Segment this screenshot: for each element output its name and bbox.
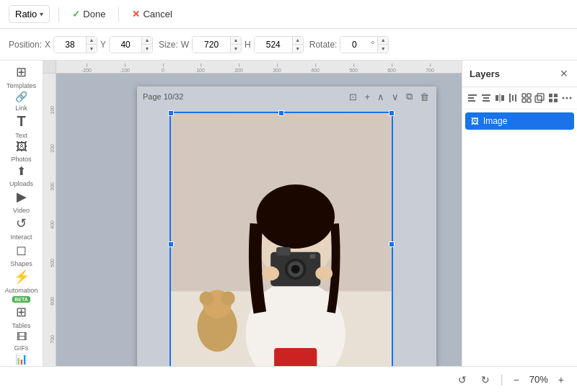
sidebar-item-templates[interactable]: ⊞ Templates: [3, 64, 40, 89]
sidebar-item-tables[interactable]: ⊞ Tables: [3, 304, 40, 329]
ruler-v-mark: 600: [50, 297, 55, 306]
svg-rect-18: [468, 94, 477, 96]
automation-beta-badge: BETA: [12, 296, 30, 303]
ratio-dropdown[interactable]: Ratio ▾: [9, 5, 50, 23]
layer-tool-2[interactable]: [480, 90, 493, 106]
page-canvas: Page 10/32 ⊡ + ∧ ∨ ⧉ 🗑: [56, 74, 462, 366]
handle-middle-left[interactable]: [168, 241, 174, 247]
sidebar-item-interact[interactable]: ↺ Interact: [3, 215, 40, 241]
position-group: Position: X ▲ ▼ Y ▲ ▼: [9, 36, 153, 53]
zoom-in-button[interactable]: +: [554, 371, 568, 388]
rotate-input[interactable]: [340, 37, 368, 53]
w-input[interactable]: [193, 37, 230, 53]
svg-rect-34: [535, 96, 542, 102]
rotate-down-button[interactable]: ▼: [378, 45, 388, 53]
handle-middle-right[interactable]: [389, 241, 395, 247]
ruler-v-mark: 400: [50, 220, 55, 229]
rotate-label: Rotate:: [309, 40, 338, 50]
svg-rect-24: [495, 95, 498, 101]
rotate-spinners: ▲ ▼: [377, 37, 388, 53]
x-input[interactable]: [54, 37, 86, 53]
ruler-h-mark: 500: [349, 68, 358, 73]
handle-top-middle[interactable]: [278, 110, 284, 116]
w-up-button[interactable]: ▲: [231, 37, 241, 45]
layers-close-button[interactable]: ✕: [558, 66, 570, 81]
redo-button[interactable]: ↻: [477, 371, 494, 388]
svg-rect-38: [549, 99, 552, 102]
handle-top-left[interactable]: [168, 110, 174, 116]
w-down-button[interactable]: ▼: [231, 45, 241, 53]
sidebar-item-link[interactable]: 🔗 Link: [3, 91, 40, 112]
image-placeholder: [171, 113, 392, 366]
grid-icon: [548, 93, 558, 103]
undo-icon: ↺: [458, 374, 467, 386]
y-up-button[interactable]: ▲: [142, 37, 152, 45]
layers-list: 🖼 Image: [462, 110, 577, 366]
toolbar-divider: [58, 7, 59, 22]
rotate-up-button[interactable]: ▲: [378, 37, 388, 45]
group-icon: [521, 93, 532, 103]
layer-tool-7[interactable]: [547, 90, 560, 106]
svg-point-5: [221, 291, 235, 306]
h-down-button[interactable]: ▼: [293, 45, 303, 53]
layer-tool-1[interactable]: [467, 90, 479, 106]
svg-rect-39: [554, 99, 558, 102]
h-label: H: [245, 40, 251, 50]
svg-rect-29: [515, 94, 516, 102]
y-down-button[interactable]: ▼: [142, 45, 152, 53]
image-element[interactable]: [169, 112, 393, 366]
sidebar-item-shapes[interactable]: ◻ Shapes: [3, 242, 40, 267]
zoom-out-button[interactable]: −: [509, 371, 524, 388]
page-delete-icon[interactable]: 🗑: [418, 90, 431, 104]
layer-tool-8[interactable]: [560, 90, 573, 106]
layer-tool-6[interactable]: [534, 90, 546, 106]
cancel-button[interactable]: ✕ Cancel: [128, 6, 176, 22]
page-down-icon[interactable]: ∨: [390, 90, 400, 104]
ruler-h-mark: 700: [426, 68, 434, 73]
sidebar-item-photos[interactable]: 🖼 Photos: [3, 141, 40, 163]
x-down-button[interactable]: ▼: [87, 45, 97, 53]
x-up-button[interactable]: ▲: [87, 37, 97, 45]
layer-tool-5[interactable]: [521, 90, 533, 106]
undo-button[interactable]: ↺: [454, 371, 471, 388]
ruler-v-mark: 500: [50, 259, 55, 267]
handle-top-right[interactable]: [389, 110, 395, 116]
svg-rect-14: [309, 254, 315, 259]
page-add-icon[interactable]: +: [363, 90, 371, 104]
svg-rect-25: [501, 95, 504, 101]
svg-point-42: [569, 97, 571, 99]
layer-tool-4[interactable]: [507, 90, 519, 106]
sidebar-item-automation[interactable]: ⚡ Automation BETA: [3, 269, 40, 303]
x-label: X: [45, 40, 50, 50]
canvas-area[interactable]: -200 -100 0 100 200 300 400 500 600 700 …: [43, 61, 462, 366]
align-vertical-icon: [508, 93, 518, 103]
tables-icon: ⊞: [16, 304, 27, 320]
sidebar-item-gifs[interactable]: 🎞 GIFs: [3, 331, 40, 352]
left-sidebar: ⊞ Templates 🔗 Link T Text 🖼 Photos ⬆ Upl…: [0, 61, 43, 366]
page-duplicate-icon[interactable]: ⧉: [405, 89, 414, 104]
layer-item-image[interactable]: 🖼 Image: [465, 112, 574, 130]
sidebar-item-charts[interactable]: 📊 Charts BETA: [3, 353, 40, 366]
sidebar-item-text[interactable]: T Text: [3, 113, 40, 139]
sidebar-item-uploads[interactable]: ⬆ Uploads: [3, 164, 40, 187]
rotate-input-wrap: ° ▲ ▼: [340, 36, 389, 53]
top-toolbar: Ratio ▾ ✓ Done ✕ Cancel: [0, 0, 577, 29]
svg-rect-23: [483, 100, 490, 102]
templates-icon: ⊞: [16, 64, 27, 80]
page-copy-icon[interactable]: ⊡: [348, 90, 358, 104]
sidebar-item-video[interactable]: ▶ Video: [3, 189, 40, 214]
chevron-down-icon: ▾: [40, 10, 43, 18]
svg-rect-36: [549, 94, 552, 97]
ratio-label: Ratio: [15, 9, 37, 19]
h-up-button[interactable]: ▲: [293, 37, 303, 45]
svg-rect-32: [522, 99, 526, 102]
y-input[interactable]: [110, 37, 141, 53]
rotate-group: Rotate: ° ▲ ▼: [309, 36, 389, 53]
page-up-icon[interactable]: ∧: [376, 90, 386, 104]
close-icon: ✕: [560, 68, 568, 79]
done-button[interactable]: ✓ Done: [68, 6, 110, 22]
position-label: Position:: [9, 40, 42, 50]
layer-tool-3[interactable]: [493, 90, 506, 106]
zoom-value-label: 70%: [529, 374, 548, 385]
h-input[interactable]: [255, 37, 292, 53]
